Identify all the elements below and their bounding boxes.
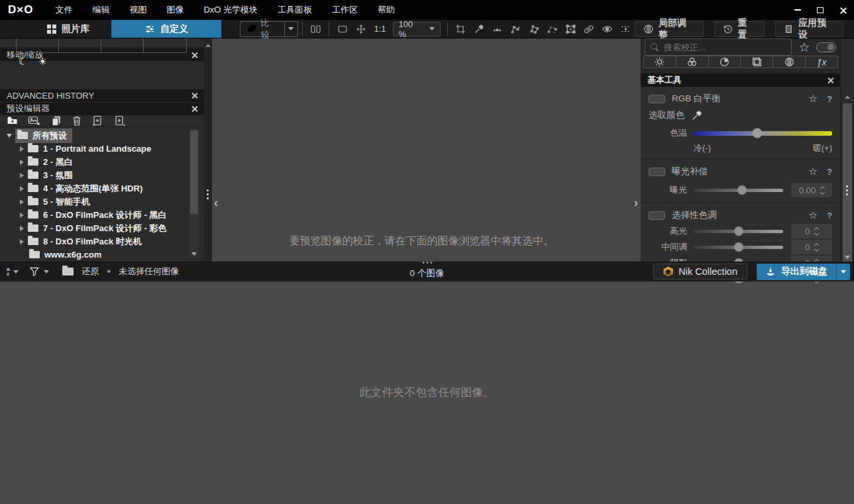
menu-optics-modules[interactable]: DxO 光学模块 — [193, 0, 268, 20]
preset-folder-all[interactable]: 所有预设 — [0, 129, 204, 142]
export-to-disk-button[interactable]: 导出到磁盘 — [757, 264, 836, 280]
import-preset-file-icon[interactable] — [114, 115, 127, 126]
help-icon[interactable]: ? — [827, 167, 832, 177]
preset-folder-1[interactable]: 1 - Portrait and Landscape — [0, 142, 204, 156]
compare-dropdown[interactable] — [284, 22, 297, 36]
horizon-tool-button[interactable] — [489, 21, 506, 37]
scroll-up-icon[interactable] — [845, 95, 850, 99]
scrollbar-thumb[interactable] — [190, 130, 198, 214]
fit-screen-button[interactable] — [334, 21, 351, 37]
scroll-up-icon[interactable] — [205, 44, 211, 47]
red-eye-tool-button[interactable] — [599, 21, 616, 37]
menu-help[interactable]: 帮助 — [368, 0, 405, 20]
expand-arrow-icon[interactable] — [20, 173, 24, 178]
preset-folder-3[interactable]: 3 - 氛围 — [0, 169, 204, 182]
preset-folder-8[interactable]: 8 - DxO FilmPack 时光机 — [0, 235, 204, 248]
highlights-value-box[interactable]: 0 — [791, 224, 832, 238]
white-balance-checkbox[interactable] — [649, 95, 665, 103]
preset-folder-2[interactable]: 2 - 黑白 — [0, 156, 204, 169]
reset-button[interactable]: 重置 — [714, 21, 765, 37]
repair-tool-button[interactable] — [580, 21, 598, 37]
tab-customize[interactable]: 自定义 — [111, 20, 221, 38]
delete-preset-icon[interactable] — [72, 115, 82, 126]
selective-tone-checkbox[interactable] — [649, 211, 665, 220]
favorite-star-icon[interactable]: ☆ — [809, 209, 818, 221]
search-input[interactable] — [664, 42, 786, 52]
divider-grip-icon[interactable] — [207, 189, 209, 199]
browser-resize-handle[interactable] — [422, 262, 432, 264]
preset-folder-6[interactable]: 6 - DxO FilmPack 设计师 - 黑白 — [0, 209, 204, 222]
expand-arrow-icon[interactable] — [20, 239, 24, 244]
exposure-slider[interactable] — [694, 189, 783, 192]
exposure-checkbox[interactable] — [649, 168, 665, 176]
close-basic-tools-icon[interactable] — [827, 77, 833, 83]
collapse-right-panel-icon[interactable]: › — [634, 196, 638, 210]
expand-arrow-icon[interactable] — [20, 226, 24, 231]
stepper-icon[interactable] — [815, 228, 818, 235]
slider-thumb[interactable] — [737, 185, 747, 195]
tab-effects[interactable]: ƒx — [805, 56, 838, 68]
tab-color[interactable] — [676, 56, 709, 68]
highlight-clipping-icon[interactable]: ☀ — [38, 56, 46, 68]
create-preset-from-image-icon[interactable] — [28, 115, 41, 126]
temperature-slider[interactable] — [694, 131, 832, 136]
pan-tool-button[interactable] — [352, 21, 370, 37]
control-points-tool-button[interactable] — [507, 21, 525, 37]
folder-icon[interactable] — [62, 268, 74, 276]
transform-tool-button[interactable] — [562, 21, 579, 37]
polyline-dashed-tool-button[interactable] — [544, 21, 561, 37]
menu-workspace[interactable]: 工作区 — [322, 0, 368, 20]
eyedropper-icon[interactable] — [691, 110, 702, 121]
panel-resize-handle[interactable] — [846, 185, 848, 195]
tab-local-adjustments[interactable] — [773, 56, 806, 68]
expand-arrow-icon[interactable] — [20, 160, 24, 165]
exposure-value-box[interactable]: 0.00 — [791, 183, 832, 197]
expand-arrow-icon[interactable] — [20, 199, 24, 205]
restore-label[interactable]: 还原 — [81, 266, 99, 277]
import-preset-icon[interactable] — [7, 115, 19, 126]
favorite-star-icon[interactable]: ☆ — [809, 93, 818, 105]
collapse-left-panel-icon[interactable]: ‹ — [214, 196, 218, 210]
slider-thumb[interactable] — [734, 227, 743, 236]
left-panel-divider[interactable] — [204, 38, 212, 262]
tab-detail[interactable] — [708, 56, 741, 68]
filter-dropdown-icon[interactable] — [44, 270, 49, 274]
polygon-tool-button[interactable] — [525, 21, 543, 37]
zoom-level-select[interactable]: 100 % — [393, 22, 441, 36]
menu-file[interactable]: 文件 — [45, 0, 82, 20]
local-adjustments-button[interactable]: 局部调整 — [635, 21, 704, 37]
export-preset-file-icon[interactable] — [91, 115, 105, 126]
slider-thumb[interactable] — [734, 242, 743, 252]
stepper-icon[interactable] — [821, 187, 824, 194]
selection-tool-button[interactable] — [617, 21, 634, 37]
shadow-clipping-icon[interactable]: ☾ — [19, 56, 27, 68]
crop-tool-button[interactable] — [453, 21, 470, 37]
scroll-down-icon[interactable] — [191, 252, 197, 256]
sort-icon[interactable]: az — [7, 267, 9, 276]
preset-folder-4[interactable]: 4 - 高动态范围(单张 HDR) — [0, 182, 204, 195]
close-move-zoom-icon[interactable] — [191, 52, 197, 58]
nik-collection-button[interactable]: Nik Collection — [653, 264, 747, 279]
preset-folder-7[interactable]: 7 - DxO FilmPack 设计师 - 彩色 — [0, 222, 204, 235]
favorite-star-icon[interactable]: ☆ — [809, 166, 818, 177]
tab-light[interactable] — [643, 56, 676, 68]
preset-folder-www[interactable]: www.x6g.com — [0, 248, 204, 262]
right-panel-scrollbar[interactable] — [840, 38, 854, 262]
right-panel-divider[interactable]: › — [631, 38, 641, 262]
stepper-icon[interactable] — [815, 244, 818, 251]
preset-folder-5[interactable]: 5 - 智能手机 — [0, 195, 204, 209]
highlights-slider[interactable] — [694, 230, 783, 233]
tab-geometry[interactable] — [740, 56, 773, 68]
tab-photo-library[interactable]: 照片库 — [25, 20, 111, 38]
compare-button[interactable]: 比较 — [240, 22, 284, 36]
close-history-icon[interactable] — [191, 92, 197, 99]
color-picker-tool-button[interactable] — [470, 21, 488, 37]
export-dropdown[interactable] — [836, 264, 850, 280]
split-view-button[interactable] — [307, 21, 325, 37]
apply-preset-button[interactable]: 应用预设 — [775, 21, 843, 37]
filter-icon[interactable] — [29, 267, 40, 277]
menu-edit[interactable]: 编辑 — [82, 0, 119, 20]
help-icon[interactable]: ? — [827, 94, 832, 104]
preset-tree-scrollbar[interactable] — [189, 129, 199, 258]
scroll-down-icon[interactable] — [845, 256, 850, 259]
